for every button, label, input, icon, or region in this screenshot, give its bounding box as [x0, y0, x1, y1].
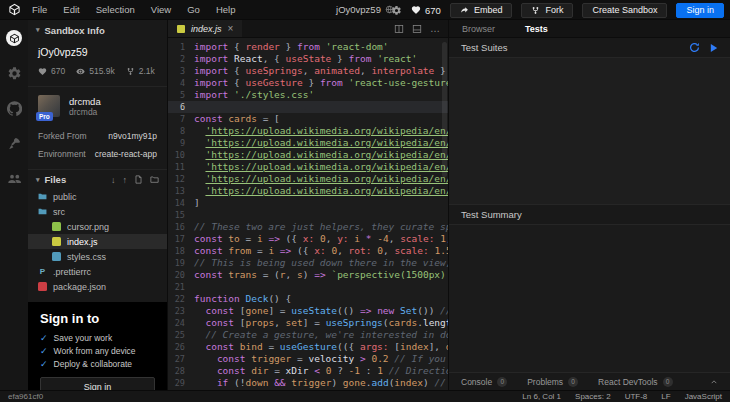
more-options-icon[interactable]: … — [430, 23, 440, 34]
file-cursor.png[interactable]: cursor.png — [28, 219, 167, 234]
console-tab-problems[interactable]: Problems0 — [527, 377, 578, 387]
upload-icon[interactable]: ↑ — [123, 175, 128, 185]
file-.prettierrc[interactable]: P.prettierrc — [28, 264, 167, 279]
live-users-icon[interactable] — [7, 171, 22, 186]
github-icon[interactable] — [7, 101, 22, 116]
folder-icon — [38, 192, 47, 201]
menu-go[interactable]: Go — [187, 4, 200, 15]
code-line: 23 const [gone] = useState(() => new Set… — [168, 305, 448, 317]
sandbox-tab-icon[interactable] — [6, 30, 22, 46]
fork-button[interactable]: Fork — [521, 3, 573, 18]
console-tab-react-devtools[interactable]: React DevTools0 — [598, 377, 673, 387]
sandbox-stats: 670515.9k2.1k — [28, 66, 167, 87]
file-public[interactable]: public — [28, 189, 167, 204]
file-styles.css[interactable]: styles.css — [28, 249, 167, 264]
new-file-icon[interactable] — [134, 175, 143, 184]
files-header[interactable]: ▾ Files ↓ ↑ — [28, 169, 167, 189]
code-line: 6 — [168, 101, 448, 113]
editor-scrollbar[interactable] — [442, 42, 447, 177]
status-item[interactable]: Spaces: 2 — [575, 392, 611, 401]
line-content: 'https://upload.wikimedia.org/wikipedia/… — [194, 173, 448, 185]
author-name: drcmda — [69, 96, 101, 107]
menu-help[interactable]: Help — [216, 4, 236, 15]
split-horizontal-icon[interactable] — [412, 24, 422, 34]
file-index.js[interactable]: index.js — [28, 234, 167, 249]
file-package.json[interactable]: package.json — [28, 279, 167, 294]
status-item[interactable]: Ln 6, Col 1 — [522, 392, 561, 401]
play-icon[interactable] — [710, 43, 718, 53]
code-line: 15 — [168, 209, 448, 221]
code-line: 11 'https://upload.wikimedia.org/wikiped… — [168, 161, 448, 173]
line-content: 'https://upload.wikimedia.org/wikipedia/… — [194, 161, 448, 173]
test-summary-content — [449, 225, 730, 372]
line-number: 22 — [168, 293, 194, 305]
line-number: 1 — [168, 41, 194, 53]
sandbox-details: Forked Fromn9vo1my91pEnvironmentcreate-r… — [28, 127, 167, 163]
line-content: import { useSprings, animated, interpola… — [194, 65, 448, 77]
benefit-label: Work from any device — [54, 346, 136, 356]
code-area[interactable]: 1import { render } from 'react-dom'2impo… — [168, 38, 448, 390]
javascript-file-icon — [177, 25, 185, 33]
code-line: 21 — [168, 281, 448, 293]
prettier-icon: P — [38, 267, 47, 276]
chevron-up-icon[interactable] — [710, 378, 718, 386]
menu-edit[interactable]: Edit — [63, 4, 79, 15]
menu-view[interactable]: View — [151, 4, 171, 15]
menu-file[interactable]: File — [32, 4, 47, 15]
checkmark-icon: ✓ — [40, 333, 48, 343]
code-line: 3import { useSprings, animated, interpol… — [168, 65, 448, 77]
line-content: const bind = useGesture(({ args: [index]… — [194, 341, 448, 353]
line-number: 24 — [168, 317, 194, 329]
tab-browser[interactable]: Browser — [462, 24, 495, 34]
line-number: 18 — [168, 245, 194, 257]
author-block[interactable]: Pro drcmda drcmda — [28, 87, 167, 127]
tab-tests[interactable]: Tests — [525, 24, 548, 34]
topbar-actions: 670 Embed Fork Create Sandbox Sign in — [391, 0, 724, 20]
file-name: index.js — [67, 237, 98, 247]
settings-icon[interactable] — [7, 66, 22, 81]
preferences-gear-icon[interactable] — [391, 5, 402, 16]
chevron-down-icon: ▾ — [36, 176, 40, 184]
sign-in-button-topbar[interactable]: Sign in — [676, 3, 724, 18]
codesandbox-logo-icon[interactable] — [0, 3, 28, 16]
line-number: 23 — [168, 305, 194, 317]
status-item[interactable]: UTF-8 — [625, 392, 648, 401]
heart-icon — [38, 67, 47, 76]
line-number: 16 — [168, 221, 194, 233]
detail-row: Forked Fromn9vo1my91p — [28, 127, 167, 145]
test-suites-content — [449, 58, 730, 205]
line-content: ] — [194, 197, 200, 209]
embed-button[interactable]: Embed — [450, 3, 513, 18]
menu-selection[interactable]: Selection — [96, 4, 135, 15]
create-sandbox-button[interactable]: Create Sandbox — [582, 3, 667, 18]
sandbox-info-header[interactable]: ▾ Sandbox Info — [28, 20, 167, 40]
line-content: const to = i => ({ x: 0, y: i * -4, scal… — [194, 233, 448, 245]
line-content: import { useGesture } from 'react-use-ge… — [194, 77, 448, 89]
heart-icon — [411, 5, 421, 15]
split-vertical-icon[interactable] — [394, 24, 404, 34]
status-item[interactable]: JavaScript — [685, 392, 722, 401]
code-line: 19// This is being used down there in th… — [168, 257, 448, 269]
like-button[interactable]: 670 — [411, 5, 441, 16]
menu-bar: FileEditSelectionViewGoHelp — [32, 4, 235, 15]
stat-eye: 515.9k — [76, 66, 115, 76]
deployment-rocket-icon[interactable] — [7, 136, 22, 151]
file-src[interactable]: src — [28, 204, 167, 219]
file-name: styles.css — [67, 252, 106, 262]
code-line: 24 const [props, set] = useSprings(cards… — [168, 317, 448, 329]
code-line: 2import React, { useState } from 'react' — [168, 53, 448, 65]
tab-index-js[interactable]: index.js × — [168, 20, 242, 37]
sign-in-button-sidebar[interactable]: Sign in — [40, 377, 155, 390]
fork-label: Fork — [545, 5, 563, 15]
console-tab-console[interactable]: Console0 — [461, 377, 507, 387]
refresh-icon[interactable] — [689, 42, 700, 53]
close-icon[interactable]: × — [228, 23, 234, 34]
line-content: const dir = xDir < 0 ? -1 : 1 // Directi… — [194, 365, 448, 377]
code-line: 4import { useGesture } from 'react-use-g… — [168, 77, 448, 89]
status-item[interactable]: LF — [661, 392, 670, 401]
checkmark-icon: ✓ — [40, 346, 48, 356]
code-line: 14] — [168, 197, 448, 209]
new-folder-icon[interactable] — [150, 175, 159, 184]
benefit-label: Deploy & collaborate — [54, 359, 132, 369]
download-icon[interactable]: ↓ — [111, 175, 116, 185]
